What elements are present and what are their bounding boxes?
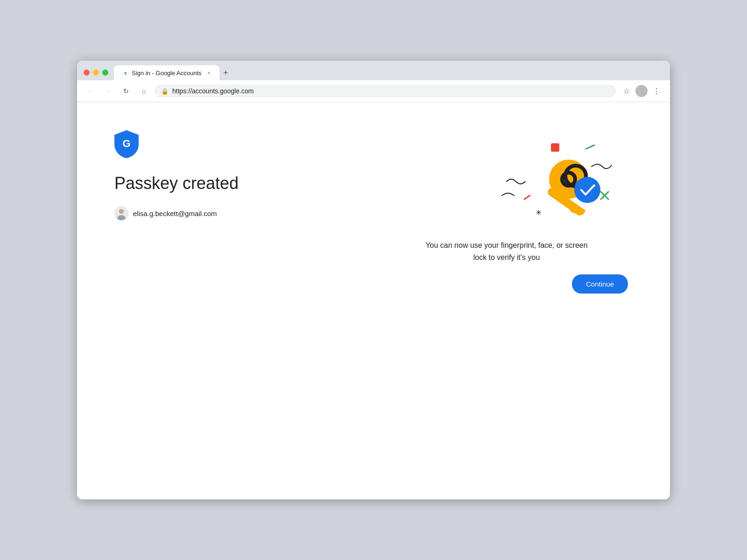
continue-button[interactable]: Continue <box>572 274 628 294</box>
left-panel: G Passkey created elisa.g. <box>114 130 310 220</box>
back-icon: ← <box>87 87 94 95</box>
nav-bar: ← → ↻ ⌂ 🔒 https://accounts.google.com ☆ … <box>77 80 670 102</box>
reload-icon: ↻ <box>123 87 129 95</box>
forward-icon: → <box>105 87 112 95</box>
svg-rect-5 <box>551 143 559 152</box>
google-tab-icon <box>120 69 128 77</box>
nav-right-controls: ☆ ⋮ <box>620 84 663 98</box>
home-button[interactable]: ⌂ <box>137 84 151 98</box>
star-icon: ☆ <box>623 87 630 96</box>
svg-text:G: G <box>122 138 130 149</box>
more-menu-button[interactable]: ⋮ <box>649 84 663 98</box>
profile-avatar[interactable] <box>635 85 648 97</box>
more-icon: ⋮ <box>653 87 660 96</box>
new-tab-button[interactable]: + <box>219 66 233 79</box>
svg-line-6 <box>586 145 594 149</box>
svg-point-4 <box>119 209 124 214</box>
svg-line-7 <box>524 196 530 199</box>
user-email: elisa.g.beckett@gmail.com <box>133 210 217 217</box>
maximize-window-button[interactable] <box>102 70 108 76</box>
reload-button[interactable]: ↻ <box>119 84 133 98</box>
tab-close-button[interactable]: × <box>205 69 213 77</box>
url-display: https://accounts.google.com <box>172 87 609 95</box>
svg-point-18 <box>574 177 600 203</box>
svg-text:✳: ✳ <box>536 209 542 217</box>
key-svg: ✳ <box>479 135 628 228</box>
page-content: G Passkey created elisa.g. <box>77 102 670 499</box>
browser-window: Sign in - Google Accounts × + ← → ↻ ⌂ 🔒 … <box>77 61 670 499</box>
right-panel: ✳ <box>385 130 628 294</box>
close-window-button[interactable] <box>84 70 90 76</box>
main-layout: G Passkey created elisa.g. <box>114 130 628 294</box>
back-button[interactable]: ← <box>84 84 98 98</box>
minimize-window-button[interactable] <box>93 70 99 76</box>
lock-icon: 🔒 <box>161 88 169 95</box>
user-row: elisa.g.beckett@gmail.com <box>114 206 310 220</box>
user-avatar <box>114 206 128 220</box>
passkey-illustration: ✳ <box>479 135 628 228</box>
home-icon: ⌂ <box>142 87 146 95</box>
tab-title: Sign in - Google Accounts <box>132 70 202 77</box>
google-shield-logo: G <box>114 130 139 158</box>
browser-tab-active[interactable]: Sign in - Google Accounts × <box>114 65 219 80</box>
tab-bar: Sign in - Google Accounts × + <box>114 65 663 80</box>
traffic-lights <box>84 70 108 80</box>
bookmark-button[interactable]: ☆ <box>620 84 634 98</box>
page-heading: Passkey created <box>114 173 310 193</box>
description-text: You can now use your fingerprint, face, … <box>418 239 595 263</box>
address-bar[interactable]: 🔒 https://accounts.google.com <box>155 84 616 98</box>
title-bar: Sign in - Google Accounts × + <box>77 61 670 80</box>
forward-button[interactable]: → <box>101 84 115 98</box>
avatar-image <box>114 206 128 220</box>
